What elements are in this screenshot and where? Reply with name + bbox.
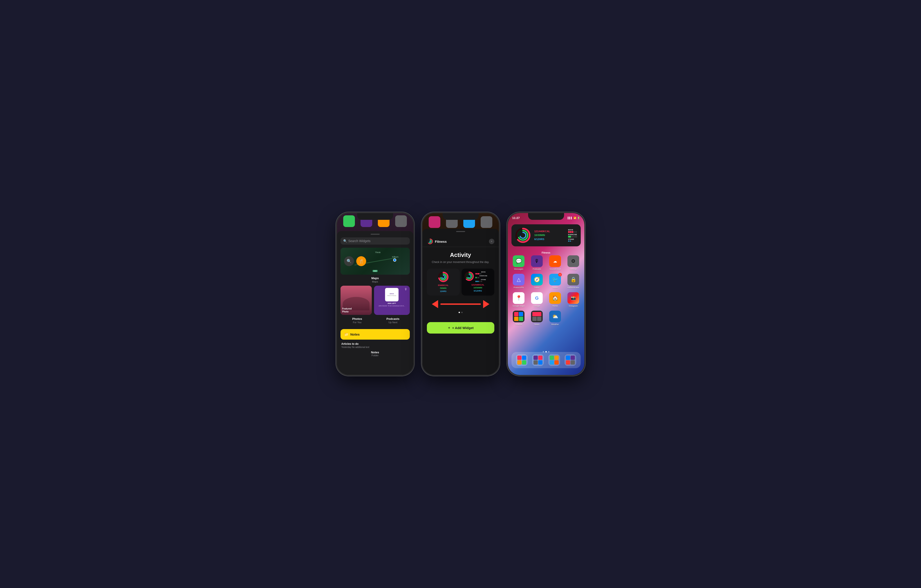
bar: [480, 273, 480, 275]
photos-label-group: Photos For You: [340, 317, 374, 326]
dock-folder-2[interactable]: [532, 354, 544, 366]
phone-2-screen: Fitness × Activity Check in on your move…: [422, 213, 499, 375]
googlemaps-icon: 📍: [513, 292, 524, 304]
card2-hrs: 6/12HRS: [474, 290, 482, 292]
photo-label: FeaturedPhoto: [342, 307, 352, 313]
stand-dot: [571, 240, 573, 242]
sheet-handle[interactable]: [371, 234, 380, 235]
folder-app: [538, 360, 542, 365]
map-widget-subtitle: Maps: [340, 280, 410, 283]
two-col-widgets: FeaturedPhoto UPAYA Dharma Podcasts 🎙 46…: [340, 286, 410, 315]
weather-icon: ⛅: [549, 311, 561, 322]
app-news[interactable]: News: [529, 311, 545, 325]
wallpaper-icon-2: [361, 215, 372, 227]
fitness-close-button[interactable]: ×: [489, 239, 494, 244]
finance-label: Finance: [515, 323, 522, 325]
move-label: MOVE: [475, 271, 491, 273]
app-home[interactable]: 🏠 Home: [547, 292, 563, 307]
wallpaper-icon-1: [343, 215, 355, 227]
card2-bars: MOVE EXERCISE: [475, 271, 491, 282]
stand-dot: [568, 240, 569, 242]
kcal-stat: 121/440KCAL: [534, 229, 565, 234]
move-right-label: MOVE: [568, 229, 577, 231]
podcast-brand: UPAYA: [389, 293, 394, 295]
photos-widget[interactable]: FeaturedPhoto: [340, 286, 372, 315]
fitness-sheet: Fitness × Activity Check in on your move…: [422, 229, 499, 375]
messages-icon: 💬: [513, 255, 524, 267]
phone-3: 11:27 ▌▌▌ 📶 🔋: [508, 213, 584, 375]
bar: [475, 273, 477, 275]
app-soundcloud[interactable]: ☁ SoundCloud: [547, 255, 563, 270]
app-google[interactable]: G Google: [529, 292, 545, 307]
folder-app: [555, 356, 559, 360]
map-widget[interactable]: 🔍 🍴 Thirsk Kilburn A19: [340, 248, 410, 275]
podcast-time: 46M LEFT: [376, 302, 408, 304]
add-widget-button[interactable]: ＋ + Add Widget: [427, 322, 494, 333]
fitness-header: Fitness ×: [422, 235, 499, 247]
podcasts-widget[interactable]: UPAYA Dharma Podcasts 🎙 46M LEFT John Du…: [374, 286, 410, 315]
app-weather[interactable]: ⛅ Weather: [547, 311, 563, 325]
folder-app: [550, 360, 554, 365]
dot: [477, 281, 478, 282]
move-right-bars: [568, 231, 577, 233]
rbar: [568, 236, 571, 237]
app-safari[interactable]: 🧭 Safari: [529, 274, 545, 289]
notes-widget[interactable]: 📁 Notes: [340, 329, 410, 339]
podcast-sub: Dharma Podcasts: [387, 295, 396, 296]
bar: [475, 277, 477, 278]
app-protonvpn[interactable]: △ ProtonVPN: [511, 274, 527, 289]
dock: [511, 352, 581, 368]
app-instagram[interactable]: 📸 Instagram: [565, 292, 582, 307]
page-dot-1: [459, 312, 460, 313]
stand-right-label: STAND: [568, 239, 577, 240]
hrs-stat: 6/12HRS: [534, 237, 565, 241]
app-authenticator[interactable]: 🔒 Authenticator: [565, 274, 582, 289]
exercise-right-label: EXERCISE: [568, 234, 577, 236]
instagram-icon: 📸: [568, 292, 579, 304]
app-twitter[interactable]: 🐦 1 Twitter: [547, 274, 563, 289]
podcasts-title: Podcasts: [376, 317, 410, 320]
dock-folder-3[interactable]: [548, 354, 560, 366]
podcasts-label: Podcasts: [532, 268, 541, 270]
folder-app: [555, 360, 559, 365]
map-fork-icon: 🍴: [356, 256, 366, 266]
swipe-arrow: [427, 300, 494, 308]
search-bar[interactable]: 🔍 Search Widgets: [340, 237, 410, 245]
rbar: [570, 231, 571, 233]
podcast-icon: 🎙: [404, 288, 408, 291]
notes-detail-title: Articles to do: [342, 342, 409, 346]
notes-label: Notes: [350, 333, 360, 336]
stand-label: STAND: [475, 279, 491, 280]
rbar: [572, 231, 573, 233]
app-messages[interactable]: 💬 Messages: [511, 255, 527, 270]
widget-sheet: 🔍 Search Widgets 🔍 🍴 Thirsk Kilburn A19 …: [337, 231, 413, 375]
bar: [478, 273, 479, 275]
folder-app: [522, 356, 526, 360]
stand-dots: [475, 281, 491, 282]
dot: [479, 281, 480, 282]
close-icon: ×: [491, 240, 492, 243]
home-label: Home: [552, 305, 558, 307]
finance-icon: [513, 311, 524, 322]
news-icon: [531, 311, 543, 322]
dock-folder-4[interactable]: [565, 354, 576, 366]
weather-label: Weather: [551, 323, 559, 325]
dock-folder-1[interactable]: [516, 354, 528, 366]
protonvpn-label: ProtonVPN: [513, 286, 524, 289]
safari-label: Safari: [534, 286, 540, 289]
phone2-wallpaper-icons: [422, 216, 499, 228]
app-settings[interactable]: ⚙ Settings: [565, 255, 582, 270]
app-google-maps[interactable]: 📍 Google Maps: [511, 292, 527, 307]
fitness-card-2: MOVE EXERCISE: [462, 269, 494, 296]
folder-app: [517, 360, 522, 365]
wallpaper-icon-3: [378, 215, 389, 227]
exercise-label: EXERCISE: [475, 275, 491, 276]
podcasts-subtitle: Up Next: [376, 321, 410, 324]
app-finance[interactable]: Finance: [511, 311, 527, 325]
activity-widget[interactable]: 121/440KCAL 10/30MIN 6/12HRS MOVE EXERCI…: [511, 224, 581, 246]
app-podcasts[interactable]: 🎙 Podcasts: [529, 255, 545, 270]
notes-footer-title: Notes: [340, 351, 410, 354]
featured-label: FeaturedPhoto: [342, 307, 352, 313]
folder-app: [550, 356, 554, 360]
fitness-sheet-handle[interactable]: [456, 231, 465, 232]
